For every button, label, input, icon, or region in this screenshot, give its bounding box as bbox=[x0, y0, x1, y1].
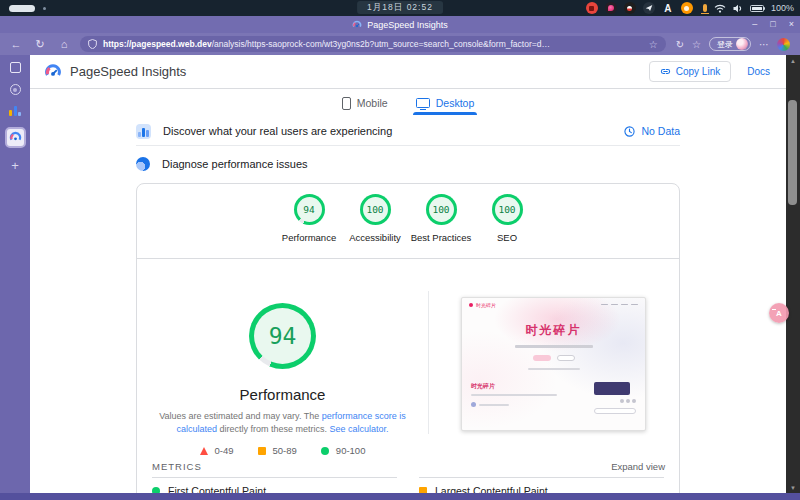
thumb-section-title: 时光碎片 bbox=[471, 382, 557, 391]
maximize-icon[interactable]: □ bbox=[770, 20, 775, 29]
desktop-icon bbox=[416, 98, 430, 108]
thumb-nav-links bbox=[601, 304, 638, 306]
page-screenshot-thumbnail[interactable]: 时光碎片 时光碎片 bbox=[461, 297, 646, 431]
pagespeed-favicon bbox=[352, 20, 362, 30]
notification-pill bbox=[9, 5, 35, 12]
thumb-brand: 时光碎片 bbox=[476, 302, 496, 308]
app-tray-icon-pink[interactable] bbox=[605, 2, 617, 14]
expand-view-button[interactable]: Expand view bbox=[611, 461, 665, 472]
sidebar-app-icon[interactable] bbox=[10, 84, 21, 95]
system-tray: A 100% bbox=[586, 2, 794, 14]
sidebar-tabs-icon[interactable] bbox=[10, 62, 21, 73]
input-method-icon[interactable]: A bbox=[662, 2, 674, 14]
clock-widget[interactable]: 1月18日 02:52 bbox=[357, 1, 443, 14]
thumb-title: 时光碎片 bbox=[462, 322, 645, 339]
home-icon[interactable]: ⌂ bbox=[56, 38, 72, 50]
browser-tab[interactable]: PageSpeed Insights bbox=[352, 20, 448, 30]
browser-toolbar: ← ↻ ⌂ https://pagespeed.web.dev/analysis… bbox=[0, 33, 800, 55]
thumb-subtitle-bar bbox=[515, 345, 593, 348]
pagespeed-gauge-icon bbox=[9, 131, 22, 144]
scrollbar-thumb[interactable] bbox=[788, 100, 797, 205]
battery-percentage: 100% bbox=[771, 3, 794, 13]
scroll-up-icon[interactable]: ▲ bbox=[786, 58, 800, 64]
app-tray-icon-dark[interactable] bbox=[624, 2, 636, 14]
telegram-icon[interactable] bbox=[643, 2, 655, 14]
score-performance[interactable]: 94 Performance bbox=[276, 194, 342, 258]
reload-icon[interactable]: ↻ bbox=[32, 38, 48, 51]
sidebar-analytics-icon[interactable] bbox=[9, 106, 21, 116]
legend-average-icon bbox=[258, 447, 266, 455]
no-data-status[interactable]: No Data bbox=[624, 125, 680, 137]
thumb-logo bbox=[469, 303, 473, 307]
close-icon[interactable]: × bbox=[789, 20, 794, 29]
browser-tab-bar: PageSpeed Insights – □ × bbox=[0, 16, 800, 33]
window-bottom-edge bbox=[0, 493, 800, 500]
overflow-menu-icon[interactable]: ⋯ bbox=[759, 39, 769, 50]
sparkle-star-icon[interactable]: ☆ bbox=[692, 39, 701, 50]
performance-heading: Performance bbox=[240, 386, 326, 403]
tab-title: PageSpeed Insights bbox=[367, 20, 448, 30]
thumb-nav: 时光碎片 bbox=[462, 298, 645, 311]
performance-score-value: 94 bbox=[249, 303, 316, 369]
docs-link[interactable]: Docs bbox=[747, 66, 770, 77]
microphone-indicator-icon[interactable] bbox=[703, 4, 707, 12]
shield-icon[interactable] bbox=[88, 39, 97, 49]
lab-section-label: Diagnose performance issues bbox=[162, 158, 308, 170]
metrics-grid: First Contentful Paint 0.3 Largest Conte… bbox=[137, 477, 679, 493]
score-seo[interactable]: 100 SEO bbox=[474, 194, 540, 258]
translate-float-button[interactable]: A bbox=[769, 303, 789, 323]
colorful-logo-icon[interactable] bbox=[777, 38, 790, 51]
score-accessibility[interactable]: 100 Accessibility bbox=[342, 194, 408, 258]
thumb-text-bar bbox=[528, 368, 580, 371]
thumb-search-bar bbox=[594, 408, 636, 414]
metric-lcp: Largest Contentful Paint 1.2 bbox=[419, 477, 664, 493]
device-tabs: Mobile Desktop bbox=[30, 96, 786, 115]
metrics-heading: METRICS bbox=[152, 461, 202, 472]
copy-link-button[interactable]: Copy Link bbox=[649, 61, 731, 82]
wifi-icon[interactable] bbox=[714, 4, 726, 13]
performance-gauge-icon: 94 bbox=[294, 194, 325, 225]
disclaimer-text: directly from these metrics. bbox=[217, 424, 330, 434]
status-dot bbox=[43, 7, 46, 10]
minimize-icon[interactable]: – bbox=[752, 20, 757, 29]
metric-fcp: First Contentful Paint 0.3 bbox=[152, 477, 397, 493]
performance-panes: 94 Performance Values are estimated and … bbox=[137, 259, 679, 456]
thumb-lower: 时光碎片 bbox=[462, 382, 645, 414]
clock-icon bbox=[624, 126, 635, 137]
system-top-bar: 1月18日 02:52 A 100% bbox=[0, 0, 800, 16]
link-icon bbox=[660, 66, 671, 77]
app-tray-icon-orange[interactable] bbox=[681, 2, 693, 14]
sidebar-item-pagespeed-active[interactable] bbox=[5, 127, 26, 148]
sidebar-add-icon[interactable]: + bbox=[11, 159, 19, 172]
tab-desktop[interactable]: Desktop bbox=[416, 96, 475, 115]
bookmark-star-icon[interactable]: ☆ bbox=[649, 39, 658, 50]
legend-range: 90-100 bbox=[336, 445, 366, 456]
volume-icon[interactable] bbox=[733, 4, 743, 13]
seo-gauge-icon: 100 bbox=[492, 194, 523, 225]
score-disclaimer: Values are estimated and may vary. The p… bbox=[150, 410, 416, 436]
field-data-section-header: Discover what your real users are experi… bbox=[136, 117, 680, 145]
category-scores-row: 94 Performance 100 Accessibility 100 Bes… bbox=[137, 184, 679, 258]
lab-report-card: 94 Performance 100 Accessibility 100 Bes… bbox=[136, 183, 680, 493]
big-performance-gauge: 94 bbox=[249, 303, 316, 369]
performance-gauge-pane: 94 Performance Values are estimated and … bbox=[137, 259, 428, 456]
battery-icon[interactable] bbox=[750, 5, 764, 12]
url-input[interactable]: https://pagespeed.web.dev/analysis/https… bbox=[80, 36, 666, 52]
tab-mobile[interactable]: Mobile bbox=[342, 96, 388, 115]
app-tray-icon-red[interactable] bbox=[586, 2, 598, 14]
scroll-down-icon[interactable]: ▼ bbox=[786, 485, 800, 491]
back-icon[interactable]: ← bbox=[8, 38, 24, 50]
url-path: /analysis/https-saoprock-com/wt3yg0ns2b?… bbox=[212, 39, 550, 49]
scrollbar[interactable]: ▲ ▼ bbox=[786, 55, 800, 493]
see-calculator-link[interactable]: See calculator. bbox=[330, 424, 389, 434]
window-controls: – □ × bbox=[752, 16, 794, 33]
metric-label: Largest Contentful Paint bbox=[435, 485, 548, 493]
metrics-header: METRICS Expand view bbox=[137, 456, 679, 477]
score-label: SEO bbox=[497, 232, 517, 243]
account-login-button[interactable]: 登录 bbox=[709, 37, 751, 51]
disclaimer-text: Values are estimated and may vary. The bbox=[159, 411, 322, 421]
extension-circle-icon[interactable]: ↻ bbox=[676, 39, 684, 50]
best-practices-gauge-icon: 100 bbox=[426, 194, 457, 225]
lab-data-section-header: Diagnose performance issues bbox=[136, 146, 680, 181]
score-best-practices[interactable]: 100 Best Practices bbox=[408, 194, 474, 258]
